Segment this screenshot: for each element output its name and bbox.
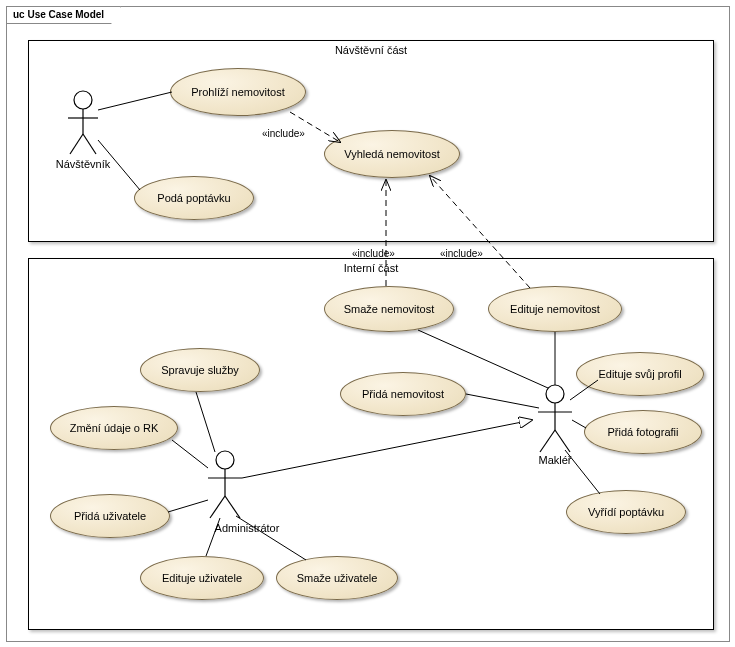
usecase-edit-user: Edituje uživatele bbox=[140, 556, 264, 600]
usecase-edit-profile: Edituje svůj profil bbox=[576, 352, 704, 396]
frame-title: uc Use Case Model bbox=[6, 6, 121, 24]
usecase-edit-prop: Edituje nemovitost bbox=[488, 286, 622, 332]
usecase-add-prop: Přidá nemovitost bbox=[340, 372, 466, 416]
usecase-browse: Prohlíží nemovitost bbox=[170, 68, 306, 116]
usecase-delete-user: Smaže uživatele bbox=[276, 556, 398, 600]
usecase-submit-demand: Podá poptávku bbox=[134, 176, 254, 220]
usecase-delete-prop: Smaže nemovitost bbox=[324, 286, 454, 332]
actor-admin-label: Administrátor bbox=[197, 522, 297, 534]
stereotype-include-2: «include» bbox=[352, 248, 395, 259]
usecase-search: Vyhledá nemovitost bbox=[324, 130, 460, 178]
usecase-change-rk: Změní údaje o RK bbox=[50, 406, 178, 450]
usecase-add-user: Přidá uživatele bbox=[50, 494, 170, 538]
system-internal-title: Interní část bbox=[344, 262, 398, 274]
usecase-handle-demand: Vyřídí poptávku bbox=[566, 490, 686, 534]
actor-visitor-label: Návštěvník bbox=[33, 158, 133, 170]
diagram-canvas: uc Use Case Model Návštěvní část Interní… bbox=[0, 0, 735, 647]
stereotype-include-3: «include» bbox=[440, 248, 483, 259]
usecase-manage-services: Spravuje služby bbox=[140, 348, 260, 392]
usecase-add-photo: Přidá fotografii bbox=[584, 410, 702, 454]
system-visitor-title: Návštěvní část bbox=[335, 44, 407, 56]
actor-broker-label: Makléř bbox=[505, 454, 605, 466]
stereotype-include-1: «include» bbox=[262, 128, 305, 139]
